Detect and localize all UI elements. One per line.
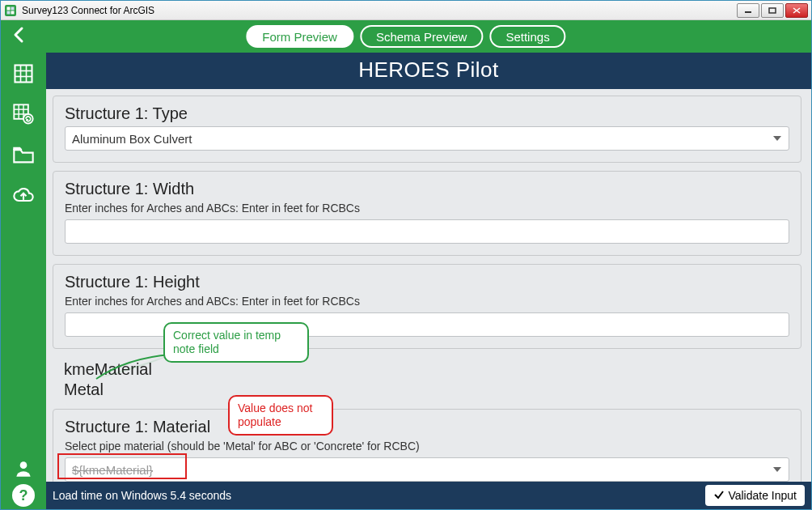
sidebar	[1, 53, 46, 482]
footer: Load time on Windows 5.4 seconds Validat…	[46, 482, 811, 509]
titlebar: Survey123 Connect for ArcGIS	[1, 1, 811, 20]
question-width-hint: Enter inches for Arches and ABCs: Enter …	[65, 202, 789, 215]
validate-label: Validate Input	[728, 489, 797, 502]
tab-settings[interactable]: Settings	[489, 25, 565, 48]
svg-rect-9	[15, 66, 32, 83]
svg-rect-1	[7, 6, 11, 10]
question-material: Structure 1: Material Select pipe materi…	[53, 409, 801, 482]
tab-form-preview[interactable]: Form Preview	[246, 25, 353, 48]
annotation-notpop: Value does not populate	[228, 395, 333, 436]
svg-rect-0	[5, 5, 16, 16]
validate-input-button[interactable]: Validate Input	[705, 485, 805, 506]
footer-row: ? Load time on Windows 5.4 seconds Valid…	[1, 482, 811, 509]
question-type-select[interactable]	[65, 126, 789, 151]
question-width-label: Structure 1: Width	[65, 180, 789, 198]
app-window: Survey123 Connect for ArcGIS Form Previe…	[0, 0, 812, 510]
question-material-select[interactable]	[65, 457, 789, 482]
content: HEROES Pilot Structure 1: Type Structure…	[46, 53, 811, 482]
svg-rect-3	[7, 11, 11, 14]
load-time-text: Load time on Windows 5.4 seconds	[53, 489, 231, 502]
footer-side: ?	[1, 482, 46, 509]
question-type-label: Structure 1: Type	[65, 104, 789, 123]
form-scroll[interactable]: Structure 1: Type Structure 1: Width Ent…	[46, 89, 811, 482]
form-title: HEROES Pilot	[46, 53, 811, 89]
maximize-button[interactable]	[761, 3, 784, 18]
cloud-upload-icon[interactable]	[11, 182, 36, 208]
header-bar: Form Preview Schema Preview Settings	[1, 20, 811, 53]
question-material-label: Structure 1: Material	[65, 418, 789, 436]
question-type-select-wrap	[65, 126, 789, 151]
folder-icon[interactable]	[11, 142, 36, 168]
question-width-input[interactable]	[65, 219, 789, 244]
minimize-button[interactable]	[737, 3, 759, 18]
app-icon	[4, 4, 17, 17]
user-icon[interactable]	[11, 456, 36, 482]
question-material-hint: Select pipe material (should be 'Metal' …	[65, 440, 789, 453]
spreadsheet-icon[interactable]	[11, 61, 36, 87]
help-button[interactable]: ?	[12, 484, 35, 507]
svg-rect-6	[769, 8, 776, 13]
question-type: Structure 1: Type	[53, 96, 801, 163]
tab-group: Form Preview Schema Preview Settings	[246, 25, 565, 48]
refresh-data-icon[interactable]	[11, 101, 36, 127]
svg-point-19	[23, 114, 33, 124]
question-material-select-wrap	[65, 457, 789, 482]
annotation-correct: Correct value in temp note field	[163, 322, 309, 363]
tab-schema-preview[interactable]: Schema Preview	[360, 25, 484, 48]
svg-rect-2	[11, 6, 15, 10]
question-height-hint: Enter inches for Arches and ABCs: Enter …	[65, 295, 789, 308]
svg-point-20	[20, 461, 27, 469]
close-button[interactable]	[785, 3, 808, 18]
question-width: Structure 1: Width Enter inches for Arch…	[53, 171, 801, 256]
question-height-label: Structure 1: Height	[65, 273, 789, 291]
svg-rect-4	[11, 11, 15, 14]
body: HEROES Pilot Structure 1: Type Structure…	[1, 53, 811, 482]
window-title: Survey123 Connect for ArcGIS	[22, 5, 154, 16]
check-icon	[713, 489, 725, 503]
back-button[interactable]	[11, 26, 28, 47]
